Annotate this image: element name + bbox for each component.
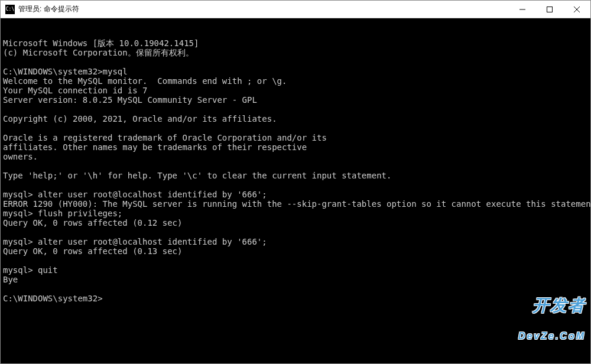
maximize-icon [547,6,553,12]
terminal-line: C:\WINDOWS\system32> [3,294,588,303]
terminal-line [3,180,588,190]
terminal-line [3,105,588,114]
close-button[interactable] [563,1,590,18]
minimize-icon [519,6,525,12]
terminal-line: Type 'help;' or '\h' for help. Type '\c'… [3,171,588,180]
terminal-line [3,161,588,171]
terminal-line: owners. [3,152,588,161]
window-title: 管理员: 命令提示符 [18,4,509,14]
terminal-line: Query OK, 0 rows affected (0.13 sec) [3,246,588,256]
window-controls [509,1,590,18]
terminal-line [3,124,588,133]
terminal-line [3,57,588,67]
terminal-line: Oracle is a registered trademark of Orac… [3,133,588,142]
maximize-button[interactable] [536,1,563,18]
command-prompt-window: C:\ 管理员: 命令提示符 Microsoft Windows [版本 10.… [0,0,591,364]
terminal-line: Server version: 8.0.25 MySQL Community S… [3,95,588,105]
titlebar[interactable]: C:\ 管理员: 命令提示符 [1,1,590,18]
terminal-line: mysql> quit [3,265,588,275]
terminal-line: Bye [3,275,588,284]
terminal-line: mysql> alter user root@localhost identif… [3,237,588,246]
terminal-line [3,228,588,237]
terminal-line: mysql> flush privileges; [3,209,588,218]
terminal-line: (c) Microsoft Corporation。保留所有权利。 [3,48,588,57]
terminal-line: Your MySQL connection id is 7 [3,86,588,95]
svg-rect-1 [547,7,553,12]
terminal-line: C:\WINDOWS\system32>mysql [3,67,588,76]
terminal-line: mysql> alter user root@localhost identif… [3,190,588,199]
terminal-line: ERROR 1290 (HY000): The MySQL server is … [3,199,588,209]
watermark-en: DevZe.CoM [518,332,586,341]
terminal-line [3,284,588,294]
terminal-line: Microsoft Windows [版本 10.0.19042.1415] [3,38,588,48]
terminal-output[interactable]: Microsoft Windows [版本 10.0.19042.1415](c… [1,18,590,363]
terminal-line [3,256,588,265]
terminal-line: Welcome to the MySQL monitor. Commands e… [3,76,588,86]
minimize-button[interactable] [509,1,536,18]
terminal-line: Copyright (c) 2000, 2021, Oracle and/or … [3,114,588,124]
terminal-line: Query OK, 0 rows affected (0.12 sec) [3,218,588,228]
terminal-line: affiliates. Other names may be trademark… [3,142,588,152]
close-icon [574,6,580,12]
app-icon: C:\ [5,5,15,14]
